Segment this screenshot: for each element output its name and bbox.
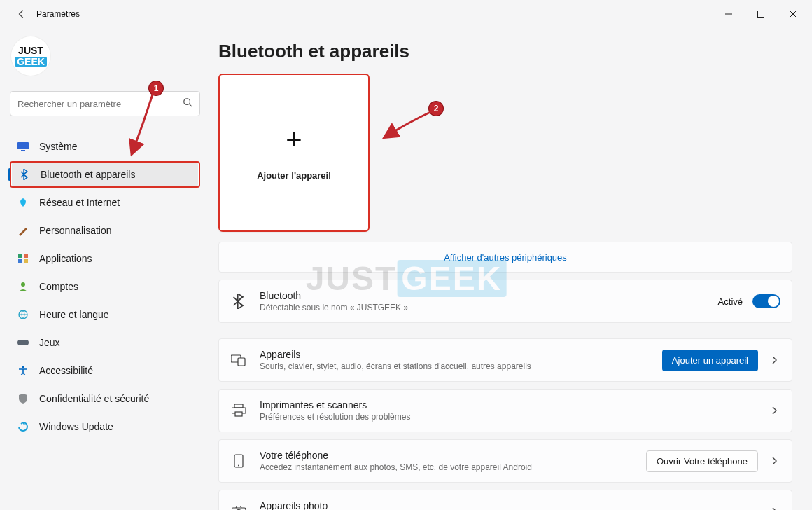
phone-card[interactable]: Votre téléphone Accédez instantanément a… xyxy=(218,439,792,483)
devices-title: Appareils xyxy=(260,349,650,360)
nav-label: Personnalisation xyxy=(39,225,112,236)
bluetooth-icon xyxy=(230,293,247,310)
sidebar: JUST GEEK Système Bluetooth et a xyxy=(0,28,210,510)
nav-accessibility[interactable]: Accessibilité xyxy=(10,357,200,384)
cameras-card[interactable]: Appareils photo Caméras connectées et pa… xyxy=(218,490,792,510)
bluetooth-title: Bluetooth xyxy=(260,290,706,301)
svg-point-11 xyxy=(22,366,24,368)
window-title: Paramètres xyxy=(36,9,80,19)
chevron-right-icon xyxy=(768,354,780,366)
svg-rect-3 xyxy=(21,150,25,151)
open-your-phone-button[interactable]: Ouvrir Votre téléphone xyxy=(646,450,758,472)
phone-subtitle: Accédez instantanément aux photos, SMS, … xyxy=(260,462,634,472)
svg-rect-5 xyxy=(24,254,28,258)
nav-windows-update[interactable]: Windows Update xyxy=(10,413,200,440)
phone-title: Votre téléphone xyxy=(260,450,634,461)
back-button[interactable] xyxy=(15,8,28,20)
bluetooth-card: Bluetooth Détectable sous le nom « JUSTG… xyxy=(218,280,792,323)
nav-label: Accessibilité xyxy=(39,365,93,376)
devices-icon xyxy=(230,352,247,368)
cameras-title: Appareils photo xyxy=(260,500,755,510)
printers-title: Imprimantes et scanners xyxy=(260,399,755,411)
minimize-button[interactable] xyxy=(713,0,745,28)
svg-rect-10 xyxy=(18,340,29,345)
maximize-button[interactable] xyxy=(745,0,777,28)
svg-rect-4 xyxy=(18,254,22,258)
printers-card[interactable]: Imprimantes et scanners Préférences et r… xyxy=(218,389,792,432)
add-device-label: Ajouter l'appareil xyxy=(257,170,331,181)
nav: Système Bluetooth et appareils Réseau et… xyxy=(10,133,200,440)
nav-label: Windows Update xyxy=(39,421,113,432)
apps-icon xyxy=(17,252,29,265)
devices-subtitle: Souris, clavier, stylet, audio, écrans e… xyxy=(260,361,650,371)
system-icon xyxy=(17,140,29,153)
nav-personalization[interactable]: Personnalisation xyxy=(10,217,200,244)
svg-point-1 xyxy=(184,99,190,105)
nav-label: Réseau et Internet xyxy=(39,197,120,208)
nav-label: Comptes xyxy=(39,281,78,292)
add-device-card[interactable]: + Ajouter l'appareil xyxy=(218,74,370,232)
profile-block: JUST GEEK xyxy=(10,32,200,83)
nav-label: Confidentialité et sécurité xyxy=(39,393,149,404)
nav-privacy[interactable]: Confidentialité et sécurité xyxy=(10,385,200,412)
camera-icon xyxy=(230,503,247,510)
nav-label: Jeux xyxy=(39,337,60,348)
main-content: Bluetooth et appareils + Ajouter l'appar… xyxy=(210,28,812,510)
svg-point-8 xyxy=(21,282,25,287)
chevron-right-icon xyxy=(768,505,780,510)
printer-icon xyxy=(230,402,247,419)
bluetooth-toggle[interactable] xyxy=(752,294,780,308)
nav-time-language[interactable]: Heure et langue xyxy=(10,301,200,328)
nav-bluetooth-devices[interactable]: Bluetooth et appareils xyxy=(10,161,200,188)
globe-icon xyxy=(17,308,29,321)
nav-apps[interactable]: Applications xyxy=(10,245,200,272)
account-icon xyxy=(17,280,29,293)
network-icon xyxy=(17,196,29,209)
page-title: Bluetooth et appareils xyxy=(218,41,792,62)
show-more-devices-link[interactable]: Afficher d'autres périphériques xyxy=(444,252,567,263)
svg-rect-14 xyxy=(234,404,243,408)
nav-accounts[interactable]: Comptes xyxy=(10,273,200,300)
printers-subtitle: Préférences et résolution des problèmes xyxy=(260,412,755,422)
update-icon xyxy=(17,420,29,433)
chevron-right-icon xyxy=(768,404,780,417)
nav-label: Heure et langue xyxy=(39,309,109,320)
svg-rect-0 xyxy=(758,11,764,18)
search-box[interactable] xyxy=(10,91,200,116)
plus-icon: + xyxy=(286,125,302,153)
search-icon xyxy=(183,97,192,110)
chevron-right-icon xyxy=(768,455,780,467)
svg-rect-2 xyxy=(18,142,29,149)
add-device-button[interactable]: Ajouter un appareil xyxy=(662,350,758,371)
svg-rect-16 xyxy=(235,412,242,416)
bluetooth-icon xyxy=(18,168,31,181)
svg-rect-13 xyxy=(238,358,245,366)
brush-icon xyxy=(17,224,29,237)
nav-network[interactable]: Réseau et Internet xyxy=(10,189,200,216)
close-button[interactable] xyxy=(777,0,809,28)
settings-window: 1 2 JUSTGEEK Paramètres xyxy=(0,0,812,510)
phone-icon xyxy=(230,453,247,469)
shield-icon xyxy=(17,392,29,405)
svg-rect-6 xyxy=(18,259,22,263)
bluetooth-subtitle: Détectable sous le nom « JUSTGEEK » xyxy=(260,303,706,312)
svg-rect-7 xyxy=(24,259,28,263)
avatar: JUST GEEK xyxy=(11,36,50,76)
svg-point-18 xyxy=(238,465,239,467)
nav-label: Applications xyxy=(39,253,92,264)
nav-system[interactable]: Système xyxy=(10,133,200,160)
nav-label: Bluetooth et appareils xyxy=(41,169,135,180)
titlebar: Paramètres xyxy=(0,0,812,28)
bluetooth-status-label: Activé xyxy=(718,296,743,307)
show-more-devices-row[interactable]: Afficher d'autres périphériques xyxy=(218,242,792,273)
accessibility-icon xyxy=(17,364,29,377)
devices-card[interactable]: Appareils Souris, clavier, stylet, audio… xyxy=(218,338,792,382)
gaming-icon xyxy=(17,336,29,349)
search-input[interactable] xyxy=(18,99,183,109)
nav-label: Système xyxy=(39,141,77,152)
nav-gaming[interactable]: Jeux xyxy=(10,329,200,356)
